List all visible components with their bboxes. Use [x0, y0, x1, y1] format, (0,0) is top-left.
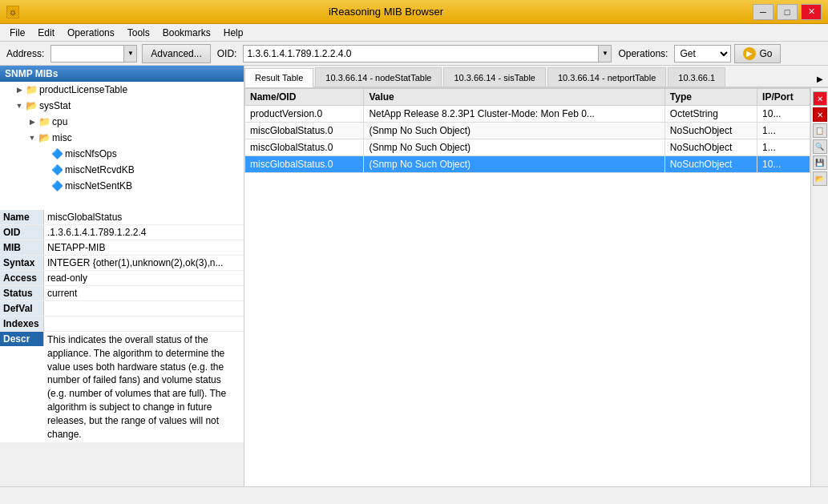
cell-ip: 1... — [757, 123, 810, 139]
tree-item-productlicensetable[interactable]: ▶ 📁 productLicenseTable — [0, 82, 244, 98]
table-row-selected[interactable]: miscGlobalStatus.0 (Snmp No Such Object)… — [245, 156, 810, 173]
address-input[interactable] — [51, 46, 123, 62]
detail-value-status: current — [44, 286, 244, 300]
cell-ip: 10... — [757, 106, 810, 123]
folder-icon: 📁 — [38, 116, 50, 127]
detail-label-status: Status — [0, 286, 44, 300]
window-controls: ─ □ ✕ — [753, 4, 822, 20]
detail-label-oid: OID — [0, 225, 44, 240]
menu-help[interactable]: Help — [217, 26, 250, 40]
cell-name: miscGlobalStatus.0 — [245, 123, 364, 139]
menu-operations[interactable]: Operations — [61, 26, 121, 40]
minimize-button[interactable]: ─ — [753, 4, 773, 20]
oid-dropdown-arrow[interactable]: ▼ — [598, 46, 611, 62]
tree-container[interactable]: ▶ 📁 productLicenseTable ▼ 📂 sysStat ▶ 📁 … — [0, 82, 244, 210]
oid-input[interactable] — [244, 46, 598, 62]
stop-button[interactable]: ✕ — [813, 107, 827, 122]
cell-type: NoSuchObject — [664, 156, 757, 173]
detail-value-oid: .1.3.6.1.4.1.789.1.2.2.4 — [44, 225, 244, 240]
tab-result-table[interactable]: Result Table — [244, 68, 313, 87]
search-button[interactable]: 🔍 — [813, 139, 827, 154]
col-header-type: Type — [664, 89, 757, 106]
expand-icon: ▼ — [13, 99, 26, 112]
address-label: Address: — [3, 48, 47, 59]
detail-label-access: Access — [0, 271, 44, 285]
go-button[interactable]: ▶ Go — [734, 44, 781, 63]
address-dropdown-arrow[interactable]: ▼ — [123, 46, 136, 62]
tab-nodestat[interactable]: 10.3.66.14 - nodeStatTable — [315, 67, 442, 87]
expand-icon — [38, 147, 51, 160]
operations-select[interactable]: Get GetNext GetBulk Set — [675, 46, 730, 62]
detail-row-defval: DefVal — [0, 301, 244, 317]
menu-bar: File Edit Operations Tools Bookmarks Hel… — [0, 24, 828, 42]
tree-item-miscnetsentkb[interactable]: 🔷 miscNetSentKB — [0, 178, 244, 194]
advanced-button-label: Advanced... — [151, 48, 201, 59]
cell-type: OctetString — [664, 106, 757, 123]
tab-netport[interactable]: 10.3.66.14 - netportTable — [547, 67, 666, 87]
close-button[interactable]: ✕ — [801, 4, 822, 20]
tab-more[interactable]: 10.3.66.1 — [668, 67, 725, 87]
operations-label: Operations: — [615, 48, 671, 59]
detail-value-access: read-only — [44, 271, 244, 285]
expand-icon — [38, 163, 51, 176]
detail-row-status: Status current — [0, 286, 244, 301]
right-panel: Result Table 10.3.66.14 - nodeStatTable … — [244, 66, 828, 486]
expand-icon: ▼ — [26, 131, 38, 144]
cell-ip: 1... — [757, 139, 810, 156]
tree-label: misc — [52, 132, 72, 143]
tree-item-miscnfsops[interactable]: 🔷 miscNfsOps — [0, 146, 244, 162]
folder-open-icon: 📂 — [26, 100, 38, 111]
col-header-ip: IP/Port — [757, 89, 810, 106]
save-button[interactable]: 💾 — [813, 155, 827, 170]
leaf-icon: 🔷 — [51, 148, 63, 159]
tree-item-miscnetrcvdkb[interactable]: 🔷 miscNetRcvdKB — [0, 162, 244, 178]
tab-scroll-right[interactable]: ▶ — [812, 71, 828, 87]
copy-button[interactable]: 📋 — [813, 123, 827, 138]
tree-item-cpu[interactable]: ▶ 📁 cpu — [0, 114, 244, 130]
col-header-value: Value — [364, 89, 664, 106]
detail-row-access: Access read-only — [0, 271, 244, 286]
table-row[interactable]: miscGlobalStatus.0 (Snmp No Such Object)… — [245, 123, 810, 139]
tree-label: miscNfsOps — [65, 148, 117, 159]
cell-value: (Snmp No Such Object) — [364, 123, 664, 139]
detail-label-syntax: Syntax — [0, 256, 44, 270]
tree-label: miscNetRcvdKB — [65, 164, 135, 175]
expand-icon: ▶ — [13, 83, 26, 96]
app-icon: ☼ — [6, 6, 19, 18]
title-bar: ☼ iReasoning MIB Browser ─ □ ✕ — [0, 0, 828, 24]
go-button-label: Go — [759, 48, 772, 59]
tab-sistable[interactable]: 10.3.66.14 - sisTable — [443, 67, 546, 87]
app-icon-symbol: ☼ — [9, 6, 18, 18]
menu-edit[interactable]: Edit — [31, 26, 61, 40]
toolbar: Address: ▼ Advanced... OID: ▼ Operations… — [0, 42, 828, 66]
tree-item-misc[interactable]: ▼ 📂 misc — [0, 130, 244, 146]
right-sidebar: ✕ ✕ 📋 🔍 💾 📂 — [810, 88, 828, 486]
cancel-button[interactable]: ✕ — [813, 91, 827, 106]
cell-value: NetApp Release 8.2.3P1 Cluster-Mode: Mon… — [364, 106, 664, 123]
menu-tools[interactable]: Tools — [121, 26, 156, 40]
tree-item-sysstat[interactable]: ▼ 📂 sysStat — [0, 98, 244, 114]
detail-value-defval — [44, 301, 244, 316]
table-row[interactable]: miscGlobalStatus.0 (Snmp No Such Object)… — [245, 139, 810, 156]
detail-value-mib: NETAPP-MIB — [44, 240, 244, 255]
folder-icon: 📁 — [26, 84, 38, 95]
restore-button[interactable]: □ — [777, 4, 798, 20]
go-button-icon: ▶ — [743, 47, 756, 60]
detail-value-descr: This indicates the overall status of the… — [44, 332, 244, 442]
advanced-button[interactable]: Advanced... — [142, 44, 210, 63]
expand-icon: ▶ — [26, 115, 38, 128]
menu-bookmarks[interactable]: Bookmarks — [156, 26, 217, 40]
main-area: SNMP MIBs ▶ 📁 productLicenseTable ▼ 📂 sy… — [0, 66, 828, 486]
detail-value-syntax: INTEGER {other(1),unknown(2),ok(3),n... — [44, 256, 244, 270]
folder-open-icon: 📂 — [38, 132, 50, 143]
detail-value-name: miscGlobalStatus — [44, 210, 244, 224]
cell-name: miscGlobalStatus.0 — [245, 156, 364, 173]
oid-container: ▼ — [243, 45, 612, 62]
tree-label: cpu — [52, 116, 67, 127]
leaf-icon: 🔷 — [51, 180, 63, 192]
menu-file[interactable]: File — [3, 26, 31, 40]
table-row[interactable]: productVersion.0 NetApp Release 8.2.3P1 … — [245, 106, 810, 123]
tree-label: productLicenseTable — [39, 84, 127, 95]
open-button[interactable]: 📂 — [813, 171, 827, 186]
cell-ip: 10... — [757, 156, 810, 173]
